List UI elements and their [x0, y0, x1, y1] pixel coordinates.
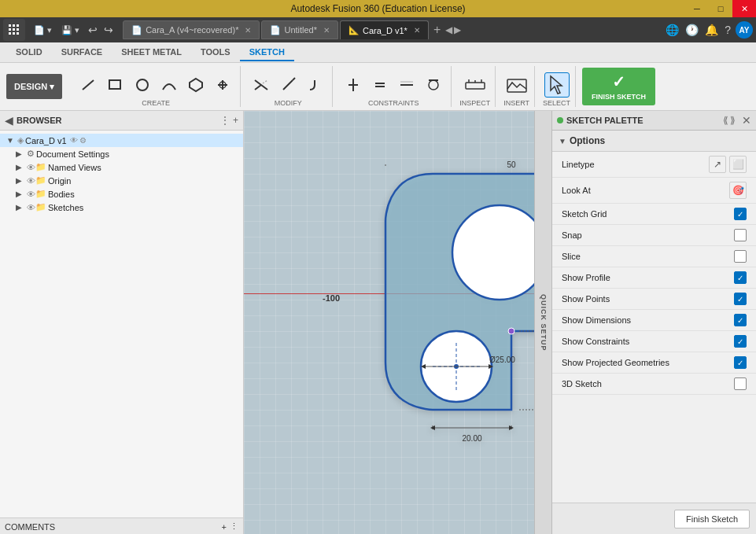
app-title: Autodesk Fusion 360 (Education License)	[290, 3, 465, 14]
palette-options-section[interactable]: ▼ Options	[552, 131, 756, 152]
show-profile-label: Show Profile	[562, 273, 734, 282]
equal-tool[interactable]	[367, 72, 393, 98]
select-tool[interactable]	[544, 72, 570, 98]
polygon-tool[interactable]	[183, 72, 208, 98]
show-points-checkbox[interactable]: ✓	[734, 293, 747, 305]
circle-tool[interactable]	[130, 72, 155, 98]
show-constraints-label: Show Constraints	[562, 337, 734, 346]
tree-expand-doc-settings[interactable]: ▶	[16, 149, 27, 158]
tree-eye-bodies[interactable]: 👁	[27, 190, 35, 199]
show-constraints-checkbox[interactable]: ✓	[734, 335, 747, 348]
tab-cara-d-icon: 📐	[348, 25, 360, 35]
measure-tool[interactable]	[463, 72, 488, 98]
palette-expand-right[interactable]: ⟫	[730, 115, 736, 126]
tree-expand-sketches[interactable]: ▶	[16, 203, 27, 212]
finish-sketch-toolbar-button[interactable]: ✓ FINISH SKETCH	[582, 68, 655, 105]
tree-eye-named-views[interactable]: 👁	[27, 163, 35, 172]
tree-item-cara-d[interactable]: ▼ ◈ Cara_D v1 👁 ⚙	[0, 134, 243, 147]
tab-cara-d[interactable]: 📐 Cara_D v1* ✕	[340, 20, 429, 39]
tab-tools[interactable]: TOOLS	[191, 44, 240, 61]
maximize-button[interactable]: □	[709, 0, 732, 17]
tree-item-origin[interactable]: ▶ 👁 📁 Origin	[0, 174, 243, 187]
svg-marker-3	[190, 79, 202, 91]
app-logo[interactable]	[3, 19, 25, 41]
rect-tool[interactable]	[103, 72, 128, 98]
tab-cara-d-close[interactable]: ✕	[414, 26, 420, 35]
project-tool[interactable]	[210, 72, 235, 98]
tab-solid[interactable]: SOLID	[6, 44, 52, 61]
palette-expand-left[interactable]: ⟪	[723, 115, 728, 126]
tree-expand-cara-d[interactable]: ▼	[6, 136, 17, 145]
browser-collapse[interactable]: ◀	[5, 114, 13, 127]
comments-expand[interactable]: +	[222, 522, 227, 532]
tab-nav-prev[interactable]: ◀	[445, 24, 452, 35]
tree-eye-sketches[interactable]: 👁	[27, 203, 35, 212]
tree-eye-origin[interactable]: 👁	[27, 176, 35, 186]
tree-eye-cara-d[interactable]: 👁	[70, 136, 78, 145]
tree-item-sketches[interactable]: ▶ 👁 📁 Sketches	[0, 201, 243, 214]
sketch-grid-checkbox[interactable]: ✓	[734, 208, 747, 220]
palette-row-show-dimensions: Show Dimensions ✓	[552, 310, 756, 331]
tree-expand-bodies[interactable]: ▶	[16, 190, 27, 198]
look-at-btn[interactable]: 🎯	[729, 182, 747, 199]
browser-expand[interactable]: +	[233, 115, 238, 126]
tab-sketch[interactable]: SKETCH	[240, 44, 294, 61]
close-button[interactable]: ✕	[732, 0, 756, 17]
3d-sketch-checkbox[interactable]	[734, 377, 747, 390]
palette-row-show-profile: Show Profile ✓	[552, 267, 756, 289]
canvas-area[interactable]: 28.00 30.00 50 Ø25.00	[244, 111, 756, 534]
user-avatar[interactable]: AY	[736, 21, 753, 39]
tree-item-doc-settings[interactable]: ▶ ⚙ Document Settings	[0, 147, 243, 160]
snap-checkbox[interactable]	[734, 229, 747, 241]
tab-surface[interactable]: SURFACE	[52, 44, 112, 61]
tab-untitled-close[interactable]: ✕	[323, 26, 330, 35]
sketch-palette-title: SKETCH PALETTE	[566, 116, 720, 125]
palette-close[interactable]: ✕	[742, 114, 751, 127]
tree-item-bodies[interactable]: ▶ 👁 📁 Bodies	[0, 187, 243, 201]
options-expand-arrow: ▼	[559, 137, 566, 145]
undo-button[interactable]: ↩	[85, 22, 101, 38]
show-dimensions-checkbox[interactable]: ✓	[734, 314, 747, 326]
coincident-tool[interactable]	[341, 72, 366, 98]
tree-expand-named-views[interactable]: ▶	[16, 163, 27, 171]
browser-settings[interactable]: ⋮	[220, 115, 230, 126]
save-button[interactable]: 💾 ▾	[57, 24, 83, 37]
palette-row-3d-sketch: 3D Sketch	[552, 374, 756, 395]
tree-label-named-views: Named Views	[48, 163, 101, 172]
linetype-btn1[interactable]: ↗	[709, 156, 726, 173]
linetype-btn2[interactable]: ⬜	[729, 156, 747, 173]
tab-cara-a-close[interactable]: ✕	[245, 26, 251, 35]
slice-checkbox[interactable]	[734, 250, 747, 263]
design-mode-button[interactable]: DESIGN ▾	[6, 74, 62, 99]
line-tool[interactable]	[76, 72, 101, 98]
trim-tool[interactable]	[249, 72, 274, 98]
tab-sheet-metal[interactable]: SHEET METAL	[112, 44, 191, 61]
quick-setup-panel[interactable]: QUICK SETUP	[534, 111, 551, 534]
file-button[interactable]: 📄 ▾	[30, 24, 56, 37]
notify-icon[interactable]: 🔔	[703, 22, 720, 38]
tab-nav-next[interactable]: ▶	[454, 24, 461, 35]
tree-gear-cara-d[interactable]: ⚙	[79, 136, 87, 145]
tab-untitled[interactable]: 📄 Untitled* ✕	[261, 20, 338, 39]
tangent-tool[interactable]	[421, 72, 446, 98]
insert-image-tool[interactable]	[504, 72, 529, 98]
constraints-group-label: CONSTRAINTS	[368, 99, 419, 107]
show-projected-checkbox[interactable]: ✓	[734, 356, 747, 369]
browser-icon[interactable]: 🌐	[664, 22, 680, 38]
comments-menu[interactable]: ⋮	[230, 521, 238, 532]
extend-tool[interactable]	[275, 72, 301, 98]
tree-expand-origin[interactable]: ▶	[16, 176, 27, 185]
palette-row-linetype: Linetype ↗ ⬜	[552, 152, 756, 178]
redo-button[interactable]: ↪	[101, 22, 116, 38]
finish-sketch-button[interactable]: Finish Sketch	[674, 510, 750, 528]
arc-tool[interactable]	[157, 72, 182, 98]
fillet-tool[interactable]	[302, 72, 327, 98]
show-profile-checkbox[interactable]: ✓	[734, 271, 747, 284]
tab-cara-a[interactable]: 📄 Cara_A (v4~recovered)* ✕	[123, 20, 260, 39]
tab-add-button[interactable]: +	[430, 23, 444, 37]
clock-icon[interactable]: 🕐	[684, 22, 700, 38]
tree-item-named-views[interactable]: ▶ 👁 📁 Named Views	[0, 160, 243, 174]
help-icon[interactable]: ?	[723, 22, 732, 38]
horizontal-tool[interactable]	[394, 72, 419, 98]
minimize-button[interactable]: ─	[685, 0, 709, 17]
